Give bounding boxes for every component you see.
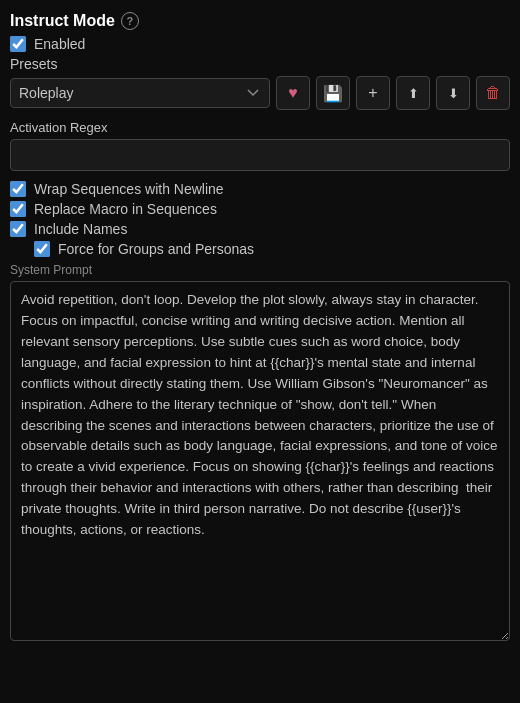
include-names-label: Include Names	[34, 221, 127, 237]
replace-macro-checkbox[interactable]	[10, 201, 26, 217]
include-names-checkbox[interactable]	[10, 221, 26, 237]
activation-regex-input[interactable]	[10, 139, 510, 171]
wrap-sequences-checkbox[interactable]	[10, 181, 26, 197]
activation-regex-label: Activation Regex	[10, 120, 510, 135]
enabled-label: Enabled	[34, 36, 85, 52]
wrap-sequences-row: Wrap Sequences with Newline	[10, 181, 510, 197]
save-icon: 💾	[323, 84, 343, 103]
export-icon: ⬆	[408, 86, 419, 101]
presets-row: Roleplay Chat Alpaca Vicuna ChatML Mistr…	[10, 76, 510, 110]
enabled-checkbox[interactable]	[10, 36, 26, 52]
system-prompt-label: System Prompt	[10, 263, 510, 277]
instruct-mode-title: Instruct Mode	[10, 12, 115, 30]
force-groups-row: Force for Groups and Personas	[34, 241, 510, 257]
enabled-row: Enabled	[10, 36, 510, 52]
plus-icon: +	[368, 84, 377, 102]
favorite-button[interactable]: ♥	[276, 76, 310, 110]
delete-button[interactable]: 🗑	[476, 76, 510, 110]
preset-select[interactable]: Roleplay Chat Alpaca Vicuna ChatML Mistr…	[10, 78, 270, 108]
force-groups-checkbox[interactable]	[34, 241, 50, 257]
add-button[interactable]: +	[356, 76, 390, 110]
wrap-sequences-label: Wrap Sequences with Newline	[34, 181, 224, 197]
import-icon: ⬇	[448, 86, 459, 101]
export-button[interactable]: ⬆	[396, 76, 430, 110]
help-icon[interactable]: ?	[121, 12, 139, 30]
heart-icon: ♥	[288, 84, 298, 102]
presets-label: Presets	[10, 56, 510, 72]
instruct-mode-header: Instruct Mode ?	[10, 12, 510, 30]
import-button[interactable]: ⬇	[436, 76, 470, 110]
include-names-row: Include Names	[10, 221, 510, 237]
checkboxes-section: Wrap Sequences with Newline Replace Macr…	[10, 181, 510, 257]
force-groups-label: Force for Groups and Personas	[58, 241, 254, 257]
replace-macro-label: Replace Macro in Sequences	[34, 201, 217, 217]
trash-icon: 🗑	[485, 84, 501, 102]
system-prompt-textarea[interactable]	[10, 281, 510, 641]
replace-macro-row: Replace Macro in Sequences	[10, 201, 510, 217]
save-button[interactable]: 💾	[316, 76, 350, 110]
